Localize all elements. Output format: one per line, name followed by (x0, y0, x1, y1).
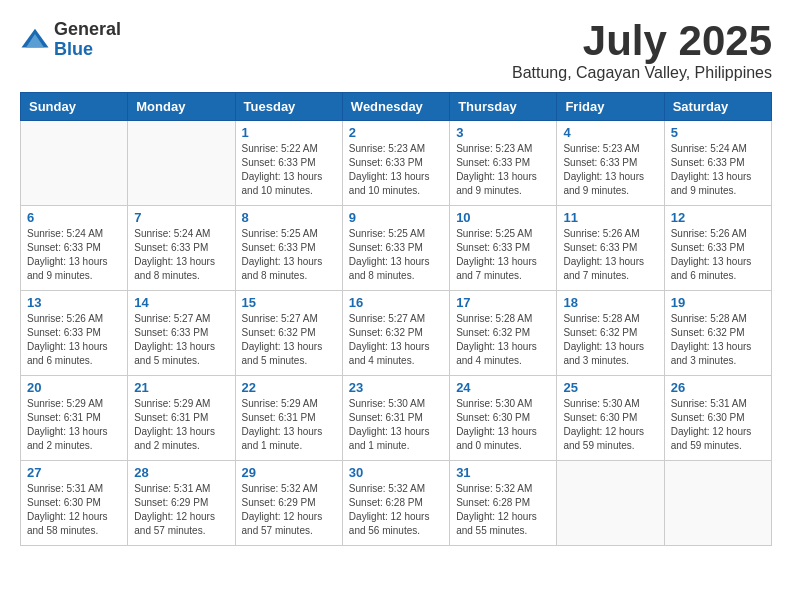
day-number: 21 (134, 380, 228, 395)
day-number: 11 (563, 210, 657, 225)
day-detail: Sunrise: 5:26 AM Sunset: 6:33 PM Dayligh… (671, 227, 765, 283)
day-number: 6 (27, 210, 121, 225)
day-number: 27 (27, 465, 121, 480)
table-cell: 15Sunrise: 5:27 AM Sunset: 6:32 PM Dayli… (235, 291, 342, 376)
week-row-3: 13Sunrise: 5:26 AM Sunset: 6:33 PM Dayli… (21, 291, 772, 376)
day-number: 20 (27, 380, 121, 395)
day-detail: Sunrise: 5:31 AM Sunset: 6:30 PM Dayligh… (671, 397, 765, 453)
table-cell: 9Sunrise: 5:25 AM Sunset: 6:33 PM Daylig… (342, 206, 449, 291)
table-cell: 31Sunrise: 5:32 AM Sunset: 6:28 PM Dayli… (450, 461, 557, 546)
location-title: Battung, Cagayan Valley, Philippines (512, 64, 772, 82)
day-number: 2 (349, 125, 443, 140)
day-detail: Sunrise: 5:28 AM Sunset: 6:32 PM Dayligh… (456, 312, 550, 368)
table-cell: 12Sunrise: 5:26 AM Sunset: 6:33 PM Dayli… (664, 206, 771, 291)
table-cell: 21Sunrise: 5:29 AM Sunset: 6:31 PM Dayli… (128, 376, 235, 461)
day-number: 18 (563, 295, 657, 310)
table-cell: 8Sunrise: 5:25 AM Sunset: 6:33 PM Daylig… (235, 206, 342, 291)
day-number: 4 (563, 125, 657, 140)
day-detail: Sunrise: 5:24 AM Sunset: 6:33 PM Dayligh… (134, 227, 228, 283)
week-row-1: 1Sunrise: 5:22 AM Sunset: 6:33 PM Daylig… (21, 121, 772, 206)
day-detail: Sunrise: 5:25 AM Sunset: 6:33 PM Dayligh… (242, 227, 336, 283)
table-cell: 18Sunrise: 5:28 AM Sunset: 6:32 PM Dayli… (557, 291, 664, 376)
table-cell: 4Sunrise: 5:23 AM Sunset: 6:33 PM Daylig… (557, 121, 664, 206)
day-detail: Sunrise: 5:23 AM Sunset: 6:33 PM Dayligh… (456, 142, 550, 198)
header-friday: Friday (557, 93, 664, 121)
day-detail: Sunrise: 5:27 AM Sunset: 6:32 PM Dayligh… (242, 312, 336, 368)
day-number: 16 (349, 295, 443, 310)
day-number: 22 (242, 380, 336, 395)
table-cell: 29Sunrise: 5:32 AM Sunset: 6:29 PM Dayli… (235, 461, 342, 546)
day-number: 24 (456, 380, 550, 395)
day-detail: Sunrise: 5:29 AM Sunset: 6:31 PM Dayligh… (27, 397, 121, 453)
day-number: 17 (456, 295, 550, 310)
day-number: 10 (456, 210, 550, 225)
table-cell: 28Sunrise: 5:31 AM Sunset: 6:29 PM Dayli… (128, 461, 235, 546)
day-number: 30 (349, 465, 443, 480)
day-number: 23 (349, 380, 443, 395)
table-cell: 5Sunrise: 5:24 AM Sunset: 6:33 PM Daylig… (664, 121, 771, 206)
header-thursday: Thursday (450, 93, 557, 121)
day-number: 29 (242, 465, 336, 480)
day-detail: Sunrise: 5:31 AM Sunset: 6:30 PM Dayligh… (27, 482, 121, 538)
day-number: 1 (242, 125, 336, 140)
day-number: 25 (563, 380, 657, 395)
title-block: July 2025 Battung, Cagayan Valley, Phili… (512, 20, 772, 82)
day-detail: Sunrise: 5:31 AM Sunset: 6:29 PM Dayligh… (134, 482, 228, 538)
logo-blue: Blue (54, 40, 121, 60)
day-number: 31 (456, 465, 550, 480)
header-saturday: Saturday (664, 93, 771, 121)
table-cell: 30Sunrise: 5:32 AM Sunset: 6:28 PM Dayli… (342, 461, 449, 546)
logo-general: General (54, 20, 121, 40)
day-detail: Sunrise: 5:27 AM Sunset: 6:32 PM Dayligh… (349, 312, 443, 368)
calendar: Sunday Monday Tuesday Wednesday Thursday… (20, 92, 772, 546)
header-wednesday: Wednesday (342, 93, 449, 121)
day-detail: Sunrise: 5:28 AM Sunset: 6:32 PM Dayligh… (563, 312, 657, 368)
table-cell: 1Sunrise: 5:22 AM Sunset: 6:33 PM Daylig… (235, 121, 342, 206)
table-cell (128, 121, 235, 206)
table-cell: 7Sunrise: 5:24 AM Sunset: 6:33 PM Daylig… (128, 206, 235, 291)
table-cell: 25Sunrise: 5:30 AM Sunset: 6:30 PM Dayli… (557, 376, 664, 461)
day-number: 3 (456, 125, 550, 140)
weekday-header-row: Sunday Monday Tuesday Wednesday Thursday… (21, 93, 772, 121)
day-detail: Sunrise: 5:26 AM Sunset: 6:33 PM Dayligh… (563, 227, 657, 283)
day-detail: Sunrise: 5:30 AM Sunset: 6:31 PM Dayligh… (349, 397, 443, 453)
day-number: 9 (349, 210, 443, 225)
day-detail: Sunrise: 5:25 AM Sunset: 6:33 PM Dayligh… (349, 227, 443, 283)
day-detail: Sunrise: 5:32 AM Sunset: 6:29 PM Dayligh… (242, 482, 336, 538)
day-number: 7 (134, 210, 228, 225)
day-detail: Sunrise: 5:23 AM Sunset: 6:33 PM Dayligh… (349, 142, 443, 198)
logo-text: General Blue (54, 20, 121, 60)
day-detail: Sunrise: 5:29 AM Sunset: 6:31 PM Dayligh… (242, 397, 336, 453)
week-row-4: 20Sunrise: 5:29 AM Sunset: 6:31 PM Dayli… (21, 376, 772, 461)
page-header: General Blue July 2025 Battung, Cagayan … (20, 20, 772, 82)
day-detail: Sunrise: 5:28 AM Sunset: 6:32 PM Dayligh… (671, 312, 765, 368)
day-detail: Sunrise: 5:24 AM Sunset: 6:33 PM Dayligh… (671, 142, 765, 198)
table-cell: 20Sunrise: 5:29 AM Sunset: 6:31 PM Dayli… (21, 376, 128, 461)
day-detail: Sunrise: 5:27 AM Sunset: 6:33 PM Dayligh… (134, 312, 228, 368)
day-detail: Sunrise: 5:24 AM Sunset: 6:33 PM Dayligh… (27, 227, 121, 283)
table-cell: 24Sunrise: 5:30 AM Sunset: 6:30 PM Dayli… (450, 376, 557, 461)
table-cell: 23Sunrise: 5:30 AM Sunset: 6:31 PM Dayli… (342, 376, 449, 461)
table-cell: 11Sunrise: 5:26 AM Sunset: 6:33 PM Dayli… (557, 206, 664, 291)
day-detail: Sunrise: 5:22 AM Sunset: 6:33 PM Dayligh… (242, 142, 336, 198)
table-cell: 27Sunrise: 5:31 AM Sunset: 6:30 PM Dayli… (21, 461, 128, 546)
day-detail: Sunrise: 5:29 AM Sunset: 6:31 PM Dayligh… (134, 397, 228, 453)
table-cell: 26Sunrise: 5:31 AM Sunset: 6:30 PM Dayli… (664, 376, 771, 461)
day-detail: Sunrise: 5:30 AM Sunset: 6:30 PM Dayligh… (563, 397, 657, 453)
header-tuesday: Tuesday (235, 93, 342, 121)
day-number: 19 (671, 295, 765, 310)
day-number: 14 (134, 295, 228, 310)
logo-icon (20, 25, 50, 55)
day-detail: Sunrise: 5:32 AM Sunset: 6:28 PM Dayligh… (349, 482, 443, 538)
day-detail: Sunrise: 5:32 AM Sunset: 6:28 PM Dayligh… (456, 482, 550, 538)
table-cell: 2Sunrise: 5:23 AM Sunset: 6:33 PM Daylig… (342, 121, 449, 206)
week-row-2: 6Sunrise: 5:24 AM Sunset: 6:33 PM Daylig… (21, 206, 772, 291)
table-cell: 3Sunrise: 5:23 AM Sunset: 6:33 PM Daylig… (450, 121, 557, 206)
table-cell: 22Sunrise: 5:29 AM Sunset: 6:31 PM Dayli… (235, 376, 342, 461)
day-number: 8 (242, 210, 336, 225)
table-cell: 6Sunrise: 5:24 AM Sunset: 6:33 PM Daylig… (21, 206, 128, 291)
table-cell (21, 121, 128, 206)
table-cell: 17Sunrise: 5:28 AM Sunset: 6:32 PM Dayli… (450, 291, 557, 376)
table-cell: 19Sunrise: 5:28 AM Sunset: 6:32 PM Dayli… (664, 291, 771, 376)
day-number: 12 (671, 210, 765, 225)
